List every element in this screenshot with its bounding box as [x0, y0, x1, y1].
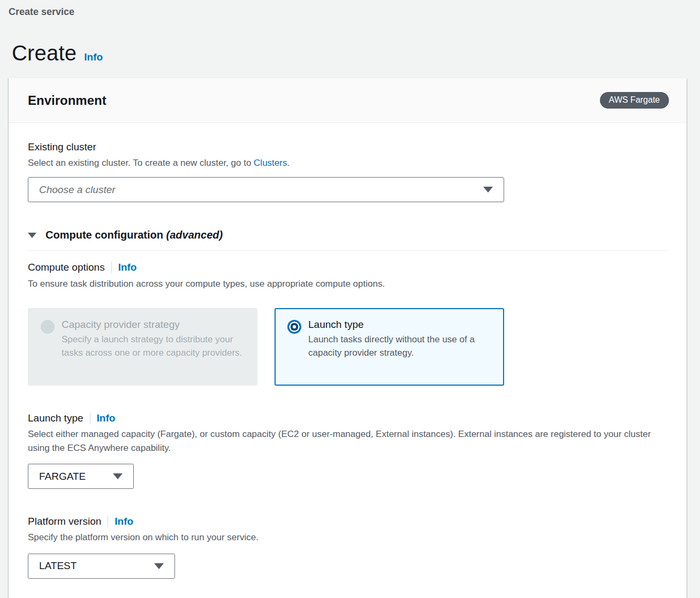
platform-version-select[interactable]: LATEST	[28, 554, 175, 579]
launch-type-select[interactable]: FARGATE	[28, 464, 134, 489]
breadcrumb: Create service	[9, 6, 700, 18]
platform-version-select-value: LATEST	[39, 560, 77, 572]
environment-panel: Environment AWS Fargate Existing cluster…	[9, 78, 687, 598]
disclosure-triangle-icon	[28, 233, 36, 238]
compute-options-info-link[interactable]: Info	[118, 262, 137, 273]
launch-type-description: Select either managed capacity (Fargate)…	[28, 427, 667, 456]
platform-version-info-link[interactable]: Info	[115, 516, 133, 527]
compute-configuration-toggle[interactable]: Compute configuration (advanced)	[28, 229, 667, 241]
compute-options-label: Compute options	[28, 262, 105, 273]
compute-options-description: To ensure task distribution across your …	[28, 277, 667, 291]
chevron-down-icon	[113, 473, 123, 479]
existing-cluster-field: Existing cluster Select an existing clus…	[28, 141, 667, 202]
existing-cluster-description: Select an existing cluster. To create a …	[28, 156, 667, 170]
environment-panel-header: Environment AWS Fargate	[9, 78, 687, 123]
tile-capacity-provider-strategy: Capacity provider strategy Specify a lau…	[28, 308, 257, 386]
chevron-down-icon	[154, 563, 164, 569]
compute-configuration-title-advanced: (advanced)	[166, 229, 223, 241]
platform-version-label: Platform version	[28, 516, 101, 527]
existing-cluster-select-placeholder: Choose a cluster	[39, 184, 116, 196]
launch-type-select-value: FARGATE	[39, 471, 86, 482]
radio-unselected-icon	[41, 320, 55, 334]
environment-panel-body: Existing cluster Select an existing clus…	[9, 123, 687, 598]
environment-heading: Environment	[28, 93, 106, 108]
tile-description: Specify a launch strategy to distribute …	[62, 333, 245, 360]
page-title: Create	[12, 41, 77, 65]
aws-fargate-badge: AWS Fargate	[600, 92, 669, 109]
page-title-row: Create Info	[12, 41, 700, 65]
chevron-down-icon	[483, 187, 493, 193]
existing-cluster-label: Existing cluster	[28, 141, 667, 153]
tile-title: Capacity provider strategy	[62, 319, 245, 331]
page-title-info-link[interactable]: Info	[84, 51, 103, 63]
compute-options-tiles: Capacity provider strategy Specify a lau…	[28, 308, 667, 386]
compute-configuration-section: Compute configuration (advanced) Compute…	[28, 229, 667, 578]
compute-configuration-title: Compute configuration	[45, 229, 163, 241]
create-service-page: Create service Create Info Environment A…	[0, 0, 700, 598]
platform-version-field: Platform version Info Specify the platfo…	[28, 516, 667, 578]
label-divider	[111, 262, 112, 273]
radio-selected-icon	[287, 320, 301, 334]
existing-cluster-description-text: Select an existing cluster. To create a …	[28, 158, 254, 168]
section-divider	[28, 250, 667, 251]
platform-version-description: Specify the platform version on which to…	[28, 531, 667, 545]
launch-type-label-row: Launch type Info	[28, 412, 667, 424]
existing-cluster-select[interactable]: Choose a cluster	[28, 177, 504, 202]
tile-description: Launch tasks directly without the use of…	[308, 333, 491, 360]
label-divider	[108, 516, 108, 527]
launch-type-info-link[interactable]: Info	[97, 412, 116, 424]
compute-options-label-row: Compute options Info	[28, 262, 667, 273]
launch-type-field: Launch type Info Select either managed c…	[28, 412, 667, 489]
platform-version-label-row: Platform version Info	[28, 516, 667, 527]
clusters-link[interactable]: Clusters	[254, 158, 287, 168]
launch-type-label: Launch type	[28, 412, 83, 424]
existing-cluster-description-period: .	[287, 158, 290, 168]
label-divider	[90, 412, 90, 424]
tile-launch-type[interactable]: Launch type Launch tasks directly withou…	[275, 308, 504, 386]
tile-title: Launch type	[308, 319, 491, 331]
